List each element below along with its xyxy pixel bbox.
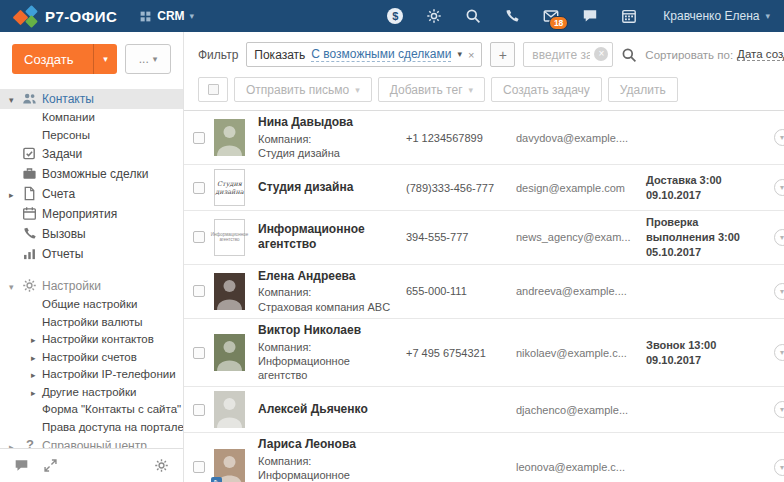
chevron-right-icon[interactable]: ▸ bbox=[9, 188, 19, 202]
sort-value-link[interactable]: Дата создания bbox=[737, 48, 784, 61]
row-checkbox[interactable] bbox=[193, 461, 205, 473]
sidebar-subitem[interactable]: ▸Настройки счетов bbox=[0, 349, 183, 367]
contacts-icon bbox=[22, 91, 38, 107]
contact-row[interactable]: Студия дизайнаСтудия дизайна(789)333-456… bbox=[184, 165, 784, 211]
contact-email: davydova@example.... bbox=[516, 132, 646, 144]
sidebar-subitem[interactable]: Общие настройки bbox=[0, 296, 183, 314]
finance-icon[interactable]: $ bbox=[387, 8, 403, 24]
row-checkbox[interactable] bbox=[193, 231, 205, 243]
row-menu-button[interactable]: ▾ bbox=[774, 179, 784, 196]
contact-email: news_agency@exam... bbox=[516, 231, 646, 243]
sidebar-subitem[interactable]: Персоны bbox=[0, 127, 183, 145]
sidebar-item-3[interactable]: ▸Счета bbox=[0, 184, 183, 204]
row-checkbox[interactable] bbox=[193, 404, 205, 416]
r7-office-logo[interactable]: Р7-ОФИС bbox=[14, 6, 117, 26]
filter-remove-icon[interactable]: × bbox=[468, 49, 474, 61]
search-icon[interactable] bbox=[465, 8, 481, 24]
row-menu-button[interactable]: ▾ bbox=[774, 344, 784, 361]
expand-icon[interactable] bbox=[43, 458, 58, 473]
sidebar-subitem[interactable]: Права доступа на портале bbox=[0, 419, 183, 437]
user-menu[interactable]: Кравченко Елена ▾ bbox=[663, 9, 770, 23]
select-all-checkbox[interactable] bbox=[198, 77, 228, 102]
more-actions-button[interactable]: ... ▾ bbox=[125, 44, 171, 74]
sidebar-nav: ▾КонтактыКомпанииПерсоныЗадачиВозможные … bbox=[0, 89, 183, 448]
create-dropdown-caret[interactable]: ▾ bbox=[93, 44, 117, 74]
chevron-down-icon[interactable]: ▾ bbox=[9, 280, 19, 294]
row-checkbox[interactable] bbox=[193, 285, 205, 297]
contact-name[interactable]: Виктор Николаев bbox=[258, 323, 396, 339]
contact-email: djachenco@example... bbox=[516, 404, 646, 416]
sidebar-subitem-label: Права доступа на портале bbox=[42, 421, 183, 433]
filter-chip: Показать С возможными сделками ▾ × bbox=[246, 42, 482, 67]
toolbar-button[interactable]: Отправить письмо▾ bbox=[234, 77, 372, 102]
sidebar-item-8[interactable]: ▸?Справочный центр bbox=[0, 436, 183, 448]
tasks-icon bbox=[22, 146, 38, 162]
chat-icon[interactable] bbox=[582, 8, 598, 24]
add-filter-button[interactable]: + bbox=[490, 42, 515, 67]
sidebar-item-7[interactable]: ▾Настройки bbox=[0, 276, 183, 296]
sidebar: Создать ▾ ... ▾ ▾КонтактыКомпанииПерсоны… bbox=[0, 32, 184, 482]
chevron-down-icon: ▾ bbox=[153, 55, 158, 64]
chevron-right-icon[interactable]: ▸ bbox=[9, 440, 19, 448]
contact-name[interactable]: Лариса Леонова bbox=[258, 437, 396, 453]
sidebar-item-5[interactable]: Вызовы bbox=[0, 224, 183, 244]
chevron-down-icon[interactable]: ▾ bbox=[9, 93, 19, 107]
contact-row[interactable]: Елена АндрееваКомпания: Страховая компан… bbox=[184, 265, 784, 319]
toolbar-button[interactable]: Добавить тег▾ bbox=[378, 77, 485, 102]
row-checkbox[interactable] bbox=[193, 182, 205, 194]
sidebar-item-2[interactable]: Возможные сделки bbox=[0, 164, 183, 184]
contact-phone: 394-555-777 bbox=[406, 231, 516, 243]
chat-icon[interactable] bbox=[14, 458, 29, 473]
contact-row[interactable]: Информационное агентствоИнформационное а… bbox=[184, 211, 784, 265]
top-bar: Р7-ОФИС CRM ▾ $18 Кравченко Елена ▾ bbox=[0, 0, 784, 32]
filter-show-label: Показать bbox=[254, 48, 305, 62]
sidebar-item-0[interactable]: ▾Контакты bbox=[0, 89, 183, 109]
sidebar-subitem[interactable]: ▸Настройки IP-телефонии bbox=[0, 366, 183, 384]
chevron-right-icon[interactable]: ▸ bbox=[31, 334, 41, 348]
sidebar-item-label: Настройки bbox=[42, 279, 101, 293]
contact-row[interactable]: Виктор НиколаевКомпания: Информационное … bbox=[184, 319, 784, 387]
app-switcher-crm[interactable]: CRM ▾ bbox=[139, 9, 194, 23]
sidebar-subitem[interactable]: ▸Другие настройки bbox=[0, 384, 183, 402]
logo-text: Р7-ОФИС bbox=[45, 8, 117, 25]
sidebar-item-1[interactable]: Задачи bbox=[0, 144, 183, 164]
row-checkbox[interactable] bbox=[193, 347, 205, 359]
search-icon[interactable] bbox=[621, 47, 637, 63]
contact-name[interactable]: Информационное агентство bbox=[258, 222, 396, 253]
contact-row[interactable]: Нина ДавыдоваКомпания: Студия дизайна+1 … bbox=[184, 111, 784, 165]
calendar-icon[interactable] bbox=[621, 8, 637, 24]
access-badge-icon: ✎ bbox=[211, 477, 222, 482]
chevron-right-icon[interactable]: ▸ bbox=[31, 387, 41, 401]
create-button[interactable]: Создать ▾ bbox=[12, 44, 117, 74]
row-menu-button[interactable]: ▾ bbox=[774, 229, 784, 246]
sidebar-subitem[interactable]: Компании bbox=[0, 109, 183, 127]
toolbar-button[interactable]: Создать задачу bbox=[491, 77, 602, 102]
settings-icon[interactable] bbox=[426, 8, 442, 24]
gear-icon[interactable] bbox=[154, 458, 169, 473]
mail-icon[interactable]: 18 bbox=[543, 8, 559, 24]
phone-icon[interactable] bbox=[504, 8, 520, 24]
contact-row[interactable]: ✎Лариса ЛеоноваКомпания: Информационное … bbox=[184, 433, 784, 482]
filter-value-link[interactable]: С возможными сделками bbox=[311, 47, 451, 62]
contact-row[interactable]: Алексей Дьяченкоdjachenco@example...▾ bbox=[184, 387, 784, 433]
sidebar-item-6[interactable]: Отчеты bbox=[0, 244, 183, 264]
contact-name[interactable]: Алексей Дьяченко bbox=[258, 402, 396, 418]
chevron-right-icon[interactable]: ▸ bbox=[31, 369, 41, 383]
module-icon bbox=[139, 10, 152, 23]
row-menu-button[interactable]: ▾ bbox=[774, 283, 784, 300]
sidebar-item-4[interactable]: Мероприятия bbox=[0, 204, 183, 224]
contact-name[interactable]: Студия дизайна bbox=[258, 180, 396, 196]
sidebar-subitem[interactable]: Настройки валюты bbox=[0, 314, 183, 332]
contact-name[interactable]: Нина Давыдова bbox=[258, 115, 396, 131]
contact-email: leonova@example.c... bbox=[516, 461, 646, 473]
chevron-right-icon[interactable]: ▸ bbox=[31, 352, 41, 366]
row-menu-button[interactable]: ▾ bbox=[774, 129, 784, 146]
toolbar-button[interactable]: Удалить bbox=[608, 77, 678, 102]
chevron-down-icon[interactable]: ▾ bbox=[457, 50, 462, 59]
sidebar-subitem[interactable]: Форма "Контакты с сайта" bbox=[0, 401, 183, 419]
sidebar-subitem[interactable]: ▸Настройки контактов bbox=[0, 331, 183, 349]
row-checkbox[interactable] bbox=[193, 132, 205, 144]
row-menu-button[interactable]: ▾ bbox=[774, 401, 784, 418]
row-menu-button[interactable]: ▾ bbox=[774, 459, 784, 476]
contact-name[interactable]: Елена Андреева bbox=[258, 269, 396, 285]
